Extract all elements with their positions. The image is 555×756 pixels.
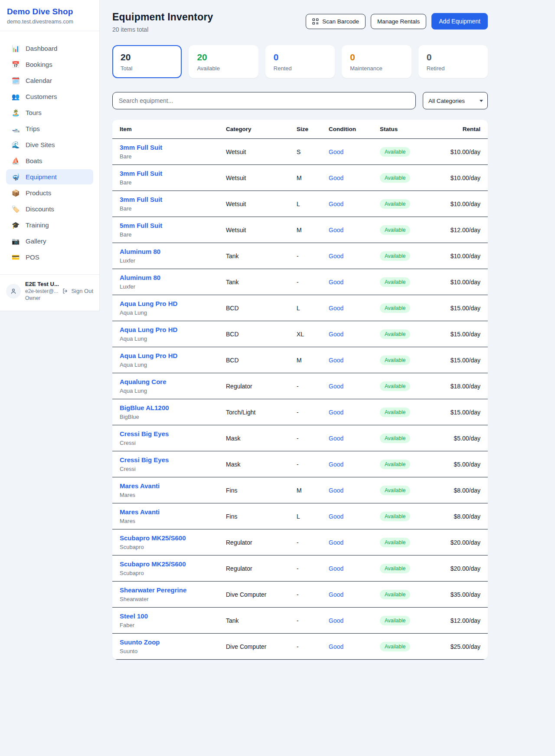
avatar — [6, 284, 21, 299]
sidebar-item-dive-sites[interactable]: 🌊 Dive Sites — [6, 137, 93, 152]
condition-link[interactable]: Good — [329, 617, 343, 624]
stats-row: 20 Total 20 Available 0 Rented 0 — [112, 45, 488, 78]
item-category: Tank — [221, 608, 291, 634]
item-name-link[interactable]: Steel 100 — [120, 612, 148, 620]
item-name-link[interactable]: Mares Avanti — [120, 508, 160, 516]
sidebar-item-dashboard[interactable]: 📊 Dashboard — [6, 41, 93, 56]
item-name-link[interactable]: Aqua Lung Pro HD — [120, 300, 177, 307]
sidebar-item-discounts[interactable]: 🏷️ Discounts — [6, 201, 93, 217]
table-row: Mares Avanti Mares Fins L Good Available… — [112, 503, 488, 529]
item-name-link[interactable]: 5mm Full Suit — [120, 222, 162, 229]
dive-sites-icon: 🌊 — [11, 141, 20, 148]
manage-rentals-button[interactable]: Manage Rentals — [371, 14, 426, 29]
item-name-link[interactable]: Aqua Lung Pro HD — [120, 326, 177, 333]
rental-rate: $18.00/day — [444, 373, 488, 399]
sidebar-item-customers[interactable]: 👥 Customers — [6, 89, 93, 104]
sign-out-button[interactable]: Sign Out — [62, 288, 93, 294]
item-name-link[interactable]: Scubapro MK25/S600 — [120, 534, 186, 542]
item-name-link[interactable]: 3mm Full Suit — [120, 144, 162, 151]
item-name-link[interactable]: 3mm Full Suit — [120, 196, 162, 203]
gallery-icon: 📷 — [11, 238, 20, 244]
condition-link[interactable]: Good — [329, 148, 343, 155]
item-name-link[interactable]: Shearwater Peregrine — [120, 586, 186, 594]
status-badge: Available — [380, 590, 410, 599]
rental-rate: $10.00/day — [444, 243, 488, 269]
condition-link[interactable]: Good — [329, 305, 343, 312]
condition-link[interactable]: Good — [329, 383, 343, 390]
sidebar-item-gallery[interactable]: 📷 Gallery — [6, 233, 93, 249]
item-name-link[interactable]: Aluminum 80 — [120, 248, 160, 255]
barcode-scan-icon — [312, 18, 319, 25]
rental-rate: $5.00/day — [444, 425, 488, 451]
scan-barcode-button[interactable]: Scan Barcode — [306, 14, 366, 29]
condition-link[interactable]: Good — [329, 591, 343, 598]
table-row: 5mm Full Suit Bare Wetsuit M Good Availa… — [112, 217, 488, 243]
sidebar-item-calendar[interactable]: 🗓️ Calendar — [6, 73, 93, 88]
item-category: Wetsuit — [221, 165, 291, 191]
item-name-link[interactable]: Cressi Big Eyes — [120, 456, 169, 463]
stat-card-maintenance[interactable]: 0 Maintenance — [342, 45, 411, 78]
condition-link[interactable]: Good — [329, 227, 343, 233]
sidebar-item-products[interactable]: 📦 Products — [6, 185, 93, 201]
item-category: Mask — [221, 451, 291, 477]
sidebar-item-label: Equipment — [26, 173, 57, 181]
item-name-link[interactable]: Aluminum 80 — [120, 274, 160, 281]
sidebar-item-trips[interactable]: 🛥️ Trips — [6, 121, 93, 136]
rental-rate: $25.00/day — [444, 634, 488, 660]
item-name-link[interactable]: Suunto Zoop — [120, 638, 160, 646]
item-category: Wetsuit — [221, 139, 291, 165]
item-category: Torch/Light — [221, 399, 291, 425]
condition-link[interactable]: Good — [329, 253, 343, 260]
condition-link[interactable]: Good — [329, 201, 343, 207]
sidebar-item-label: Boats — [26, 157, 42, 164]
condition-link[interactable]: Good — [329, 565, 343, 572]
condition-link[interactable]: Good — [329, 174, 343, 181]
search-input[interactable] — [112, 92, 416, 109]
sidebar-item-training[interactable]: 🎓 Training — [6, 217, 93, 233]
stat-card-rented[interactable]: 0 Rented — [265, 45, 335, 78]
item-name-link[interactable]: Mares Avanti — [120, 482, 160, 490]
sidebar-item-equipment[interactable]: 🤿 Equipment — [6, 169, 93, 184]
category-filter[interactable]: All Categories — [423, 92, 488, 109]
condition-link[interactable]: Good — [329, 331, 343, 338]
rental-rate: $15.00/day — [444, 399, 488, 425]
condition-link[interactable]: Good — [329, 643, 343, 650]
item-size: L — [291, 191, 323, 217]
column-header-item: Item — [112, 120, 221, 139]
condition-link[interactable]: Good — [329, 487, 343, 494]
item-category: Tank — [221, 243, 291, 269]
item-name-link[interactable]: Scubapro MK25/S600 — [120, 560, 186, 568]
sidebar-item-bookings[interactable]: 📅 Bookings — [6, 57, 93, 72]
item-name-link[interactable]: 3mm Full Suit — [120, 170, 162, 177]
condition-link[interactable]: Good — [329, 357, 343, 364]
status-badge: Available — [380, 564, 410, 573]
condition-link[interactable]: Good — [329, 409, 343, 416]
stat-card-retired[interactable]: 0 Retired — [418, 45, 488, 78]
item-name-link[interactable]: Cressi Big Eyes — [120, 430, 169, 437]
condition-link[interactable]: Good — [329, 461, 343, 468]
item-name-link[interactable]: BigBlue AL1200 — [120, 404, 169, 411]
item-brand: Bare — [120, 231, 215, 238]
person-icon — [10, 287, 17, 295]
equipment-table: Item Category Size Condition Status Rent… — [112, 120, 488, 660]
item-name-link[interactable]: Aqualung Core — [120, 378, 166, 385]
stat-label: Retired — [427, 65, 480, 72]
app-root: Demo Dive Shop demo.test.divestreams.com… — [0, 0, 555, 756]
condition-link[interactable]: Good — [329, 435, 343, 442]
condition-link[interactable]: Good — [329, 513, 343, 520]
stat-card-available[interactable]: 20 Available — [189, 45, 258, 78]
item-size: XL — [291, 321, 323, 347]
sidebar-item-pos[interactable]: 💳 POS — [6, 250, 93, 265]
stat-label: Maintenance — [350, 65, 403, 72]
item-name-link[interactable]: Aqua Lung Pro HD — [120, 352, 177, 359]
sidebar: Demo Dive Shop demo.test.divestreams.com… — [0, 0, 100, 311]
stat-label: Available — [197, 65, 250, 72]
add-equipment-button[interactable]: Add Equipment — [431, 13, 488, 30]
condition-link[interactable]: Good — [329, 539, 343, 546]
sidebar-item-boats[interactable]: ⛵ Boats — [6, 153, 93, 168]
sidebar-item-tours[interactable]: 🏝️ Tours — [6, 105, 93, 120]
table-row: Suunto Zoop Suunto Dive Computer - Good … — [112, 634, 488, 660]
condition-link[interactable]: Good — [329, 279, 343, 286]
stat-card-total[interactable]: 20 Total — [112, 45, 182, 78]
stat-label: Rented — [274, 65, 326, 72]
